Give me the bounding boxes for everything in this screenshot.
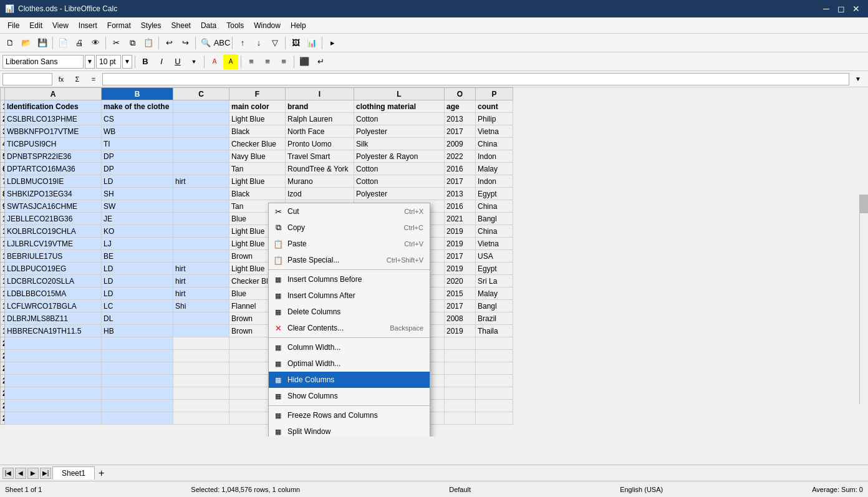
cell-o6[interactable]: 2016 xyxy=(445,163,476,175)
cell-reference-input[interactable]: B1:B1048576 xyxy=(2,73,52,85)
row-num-4[interactable]: 4 xyxy=(1,138,5,150)
cell-c14[interactable]: hirt xyxy=(173,263,229,275)
cell-a4[interactable]: TICBPUSI9CH xyxy=(5,138,102,150)
cell-b6[interactable]: DP xyxy=(102,163,173,175)
vertical-scrollbar[interactable] xyxy=(859,195,868,404)
cell-b1[interactable]: make of the clothe xyxy=(102,100,173,113)
row-num-16[interactable]: 16 xyxy=(1,287,5,300)
sheet-nav-last[interactable]: ▶| xyxy=(40,468,51,479)
cell-b19[interactable]: HB xyxy=(102,325,173,337)
font-color-button[interactable]: A xyxy=(207,54,222,69)
row-num-12[interactable]: 12 xyxy=(1,238,5,250)
row-num-14[interactable]: 14 xyxy=(1,263,5,275)
new-button[interactable]: 🗋 xyxy=(2,36,17,51)
col-header-c[interactable]: C xyxy=(173,88,229,100)
spellcheck-button[interactable]: ABC xyxy=(215,36,229,51)
cell-c2[interactable] xyxy=(173,113,229,125)
cell-a10[interactable]: JEBLLECO21BG36 xyxy=(5,213,102,225)
cell-p6[interactable]: Malay xyxy=(476,163,513,175)
cell-o3[interactable]: 2017 xyxy=(445,125,476,138)
menu-view[interactable]: View xyxy=(47,20,74,31)
cell-f3[interactable]: Black xyxy=(229,125,286,138)
row-num-5[interactable]: 5 xyxy=(1,150,5,163)
export-pdf-button[interactable]: 📄 xyxy=(55,36,70,51)
cell-o5[interactable]: 2022 xyxy=(445,150,476,163)
cell-i2[interactable]: Ralph Lauren xyxy=(286,113,354,125)
cell-c8[interactable] xyxy=(173,188,229,200)
cell-a16[interactable]: LDBLBBCO15MA xyxy=(5,287,102,300)
menu-sheet[interactable]: Sheet xyxy=(166,20,196,31)
cell-f8[interactable]: Black xyxy=(229,188,286,200)
cell-c7[interactable]: hirt xyxy=(173,175,229,188)
col-header-f[interactable]: F xyxy=(229,88,286,100)
cell-o14[interactable]: 2019 xyxy=(445,263,476,275)
sort-asc-button[interactable]: ↑ xyxy=(235,36,250,51)
cell-p13[interactable]: USA xyxy=(476,250,513,263)
copy-button[interactable]: ⧉ xyxy=(125,36,140,51)
cell-p8[interactable]: Egypt xyxy=(476,188,513,200)
cell-l2[interactable]: Cotton xyxy=(354,113,445,125)
row-num-10[interactable]: 10 xyxy=(1,213,5,225)
cell-b8[interactable]: SH xyxy=(102,188,173,200)
ctx-clear-contents[interactable]: ✕ Clear Contents... Backspace xyxy=(269,320,430,336)
menu-file[interactable]: File xyxy=(2,20,24,31)
cell-o8[interactable]: 2013 xyxy=(445,188,476,200)
preview-button[interactable]: 👁 xyxy=(88,36,103,51)
align-center-button[interactable]: ≡ xyxy=(260,54,275,69)
row-num-24[interactable]: 24 xyxy=(1,387,5,400)
cell-a11[interactable]: KOLBRLCO19CHLA xyxy=(5,225,102,238)
cell-o18[interactable]: 2008 xyxy=(445,312,476,325)
ctx-col-width[interactable]: ▦ Column Width... xyxy=(269,339,430,355)
cell-l8[interactable]: Polyester xyxy=(354,188,445,200)
row-num-7[interactable]: 7 xyxy=(1,175,5,188)
ctx-hide-cols[interactable]: ▦ Hide Columns xyxy=(269,372,430,388)
cell-p4[interactable]: China xyxy=(476,138,513,150)
cell-i6[interactable]: RoundTree & York xyxy=(286,163,354,175)
cell-o13[interactable]: 2017 xyxy=(445,250,476,263)
cell-b17[interactable]: LC xyxy=(102,300,173,312)
ctx-paste[interactable]: 📋 Paste Ctrl+V xyxy=(269,236,430,252)
col-header-b[interactable]: B xyxy=(102,88,173,100)
menu-data[interactable]: Data xyxy=(196,20,221,31)
row-num-3[interactable]: 3 xyxy=(1,125,5,138)
row-num-19[interactable]: 19 xyxy=(1,325,5,337)
cell-a5[interactable]: DPNBTSPR22IE36 xyxy=(5,150,102,163)
cell-p10[interactable]: Bangl xyxy=(476,213,513,225)
cell-p15[interactable]: Sri La xyxy=(476,275,513,287)
cell-c16[interactable]: hirt xyxy=(173,287,229,300)
cell-b10[interactable]: JE xyxy=(102,213,173,225)
row-num-9[interactable]: 9 xyxy=(1,200,5,213)
equals-button[interactable]: = xyxy=(86,72,101,87)
cell-a13[interactable]: BEBRIULE17US xyxy=(5,250,102,263)
cell-p2[interactable]: Philip xyxy=(476,113,513,125)
sheet-nav-next[interactable]: ▶ xyxy=(27,468,39,479)
wrap-text-button[interactable]: ↵ xyxy=(313,54,328,69)
cell-p5[interactable]: Indon xyxy=(476,150,513,163)
cell-o15[interactable]: 2020 xyxy=(445,275,476,287)
cell-c5[interactable] xyxy=(173,150,229,163)
ctx-delete-cols[interactable]: ▦ Delete Columns xyxy=(269,304,430,320)
row-num-25[interactable]: 25 xyxy=(1,400,5,412)
open-button[interactable]: 📂 xyxy=(19,36,34,51)
font-name-dropdown[interactable]: ▼ xyxy=(85,55,95,69)
cell-c19[interactable] xyxy=(173,325,229,337)
row-num-23[interactable]: 23 xyxy=(1,375,5,387)
cell-o12[interactable]: 2019 xyxy=(445,238,476,250)
align-left-button[interactable]: ≡ xyxy=(244,54,259,69)
cell-c9[interactable] xyxy=(173,200,229,213)
cell-b14[interactable]: LD xyxy=(102,263,173,275)
cell-c1[interactable] xyxy=(173,100,229,113)
cut-button[interactable]: ✂ xyxy=(109,36,123,51)
cell-f6[interactable]: Tan xyxy=(229,163,286,175)
cell-c13[interactable] xyxy=(173,250,229,263)
cell-b4[interactable]: TI xyxy=(102,138,173,150)
paste-button[interactable]: 📋 xyxy=(141,36,156,51)
bold-button[interactable]: B xyxy=(138,54,153,69)
cell-a8[interactable]: SHBKIZPO13EG34 xyxy=(5,188,102,200)
cell-o2[interactable]: 2013 xyxy=(445,113,476,125)
cell-l1[interactable]: clothing material xyxy=(354,100,445,113)
menu-styles[interactable]: Styles xyxy=(136,20,166,31)
cell-b13[interactable]: BE xyxy=(102,250,173,263)
save-button[interactable]: 💾 xyxy=(35,36,50,51)
add-sheet-button[interactable]: + xyxy=(99,468,104,479)
